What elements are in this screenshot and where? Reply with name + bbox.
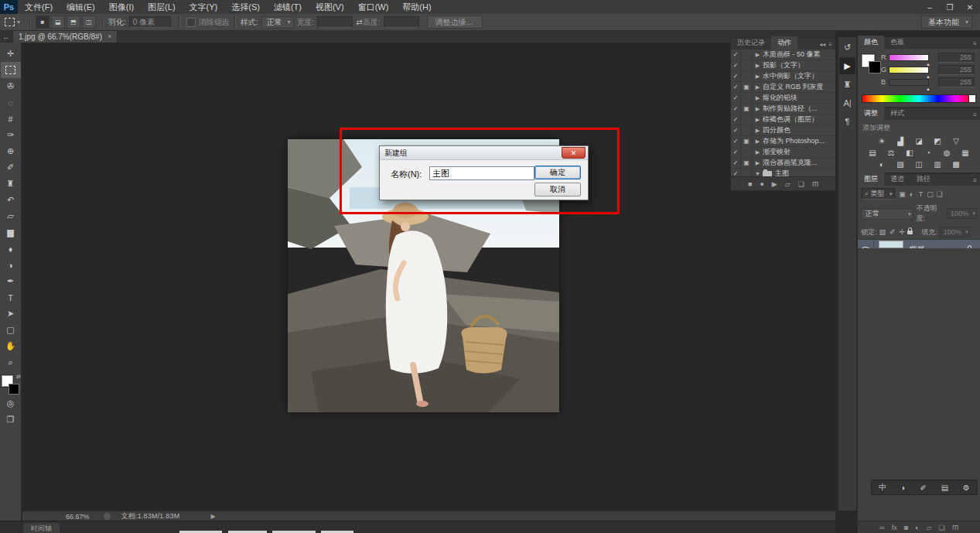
- tab-swatches[interactable]: 色板: [884, 36, 910, 49]
- toggle-item-check[interactable]: ✓: [731, 147, 741, 157]
- feather-input[interactable]: 0 像素: [129, 16, 171, 28]
- crop-tool[interactable]: #: [1, 111, 21, 127]
- channel-mixer-icon[interactable]: ◍: [941, 148, 953, 158]
- close-button[interactable]: ✕: [960, 1, 980, 13]
- dialog-toggle-icon[interactable]: [741, 60, 753, 70]
- timeline-tab[interactable]: 时间轴: [23, 523, 60, 533]
- link-layers-icon[interactable]: ∞: [879, 524, 884, 531]
- background-color-swatch[interactable]: [9, 384, 19, 395]
- quick-selection-tool[interactable]: ◌: [1, 94, 21, 111]
- layer-style-fx-icon[interactable]: fx: [892, 524, 897, 531]
- antialias-checkbox[interactable]: [186, 18, 196, 27]
- expand-triangle-icon[interactable]: ▶: [753, 63, 763, 69]
- paragraph-panel-icon[interactable]: ¶: [839, 113, 855, 130]
- expand-triangle-icon[interactable]: ▶: [753, 52, 763, 58]
- ime-fullwidth-icon[interactable]: ◗: [901, 483, 906, 492]
- expand-triangle-icon[interactable]: ▶: [753, 106, 763, 112]
- expand-triangle-icon[interactable]: ▶: [753, 95, 763, 101]
- levels-icon[interactable]: ▟: [895, 136, 907, 146]
- selection-subtract-button[interactable]: ⬒: [67, 15, 80, 29]
- dialog-toggle-icon[interactable]: [741, 125, 753, 135]
- delete-layer-icon[interactable]: Ш: [952, 524, 958, 531]
- expand-triangle-icon[interactable]: ▶: [753, 149, 763, 155]
- new-adjustment-layer-icon[interactable]: ◐: [915, 524, 919, 531]
- menu-item[interactable]: 图像(I): [102, 0, 141, 14]
- channel-slider[interactable]: [889, 67, 929, 73]
- tab-channels[interactable]: 通道: [884, 173, 910, 186]
- type-tool[interactable]: T: [1, 289, 21, 306]
- ime-keyboard-icon[interactable]: ▤: [941, 483, 948, 492]
- filter-pixel-layers-icon[interactable]: ▣: [898, 190, 907, 198]
- ok-button[interactable]: 确定: [534, 166, 581, 179]
- panel-menu-icon[interactable]: ≡: [973, 111, 980, 120]
- menu-item[interactable]: 选择(S): [224, 0, 267, 14]
- toggle-item-check[interactable]: ✓: [731, 125, 741, 135]
- play-icon[interactable]: ▶: [772, 180, 777, 188]
- expand-triangle-icon[interactable]: ▼: [753, 171, 763, 176]
- menu-item[interactable]: 编辑(E): [60, 0, 102, 14]
- ime-settings-gear-icon[interactable]: ⚙: [963, 483, 970, 492]
- dialog-toggle-icon[interactable]: [741, 50, 753, 60]
- toggle-item-check[interactable]: ✓: [731, 50, 741, 60]
- action-row[interactable]: ✓ ▣ ▶ 制作剪贴路径（...: [731, 104, 835, 114]
- screen-mode-button[interactable]: ❐: [1, 412, 21, 428]
- opacity-field[interactable]: 100%: [947, 208, 977, 219]
- group-name-input[interactable]: [429, 166, 534, 180]
- expand-triangle-icon[interactable]: ▶: [753, 117, 763, 123]
- filter-kind-select[interactable]: ⌕ 类型: [861, 188, 895, 200]
- dialog-toggle-icon[interactable]: [741, 71, 753, 81]
- gradient-tool[interactable]: ▆: [1, 224, 21, 241]
- add-mask-icon[interactable]: ◙: [904, 524, 908, 531]
- selective-color-icon[interactable]: ▩: [951, 159, 962, 169]
- expand-triangle-icon[interactable]: ▶: [753, 128, 763, 134]
- rectangular-marquee-tool[interactable]: [1, 62, 21, 78]
- action-row[interactable]: ✓ ▶ 四分颜色: [731, 125, 835, 136]
- document-tab[interactable]: 1.jpg @ 66.7%(RGB/8#) ×: [12, 30, 118, 43]
- new-group-icon[interactable]: ▱: [927, 524, 932, 531]
- actions-panel-icon[interactable]: ▶: [839, 57, 855, 74]
- black-white-icon[interactable]: ◧: [904, 148, 916, 158]
- toggle-item-check[interactable]: ✓: [731, 114, 741, 125]
- panel-menu-icon[interactable]: ≡: [973, 40, 980, 49]
- menu-item[interactable]: 滤镜(T): [267, 0, 309, 14]
- lock-transparent-pixels-icon[interactable]: ▨: [879, 228, 886, 236]
- toggle-item-check[interactable]: ✓: [731, 158, 741, 168]
- zoom-tool[interactable]: ⌕: [1, 354, 21, 371]
- action-row[interactable]: ✓ ▶ 木质画框 - 50 像素: [731, 50, 835, 60]
- filter-smart-objects-icon[interactable]: ❏: [935, 190, 944, 198]
- dodge-tool[interactable]: ◑: [1, 257, 21, 273]
- new-set-folder-icon[interactable]: ▱: [785, 180, 790, 188]
- width-input[interactable]: [317, 16, 353, 28]
- foreground-background-colors[interactable]: ⇄: [2, 375, 20, 395]
- ime-pen-icon[interactable]: ✐: [920, 483, 927, 492]
- brightness-contrast-icon[interactable]: ☀: [876, 136, 888, 146]
- channel-slider[interactable]: [889, 54, 929, 61]
- tab-layers[interactable]: 图层: [858, 173, 884, 186]
- channel-slider[interactable]: [889, 79, 929, 86]
- clone-source-panel-icon[interactable]: ♜: [839, 76, 855, 93]
- dialog-toggle-icon[interactable]: [741, 114, 753, 125]
- minimize-button[interactable]: –: [920, 1, 940, 13]
- channel-value-field[interactable]: 255: [938, 77, 975, 87]
- stop-icon[interactable]: ■: [748, 180, 752, 188]
- action-row[interactable]: ✓ ▣ ▶ 混合器画笔克隆...: [731, 158, 835, 169]
- invert-icon[interactable]: ◐: [876, 159, 888, 169]
- tab-color[interactable]: 颜色: [858, 36, 884, 49]
- hand-tool[interactable]: ✋: [1, 338, 21, 354]
- blend-mode-select[interactable]: 正常: [861, 208, 913, 220]
- canvas-area[interactable]: [22, 43, 835, 511]
- dialog-close-button[interactable]: ✕: [562, 147, 586, 159]
- action-row[interactable]: ✓ ▶ 水中倒影（文字）: [731, 71, 835, 82]
- filter-type-layers-icon[interactable]: T: [917, 190, 926, 198]
- quick-mask-button[interactable]: ◎: [1, 395, 21, 412]
- tab-styles[interactable]: 样式: [884, 107, 910, 120]
- lock-position-icon[interactable]: ✛: [900, 228, 906, 236]
- action-row[interactable]: ✓ ▶ 熔化的铅块: [731, 93, 835, 104]
- dialog-toggle-icon[interactable]: [741, 93, 753, 103]
- tab-adjustments[interactable]: 调整: [858, 107, 884, 120]
- color-lookup-icon[interactable]: ▦: [960, 148, 971, 158]
- menu-item[interactable]: 文字(Y): [183, 0, 225, 14]
- selection-add-button[interactable]: ⬓: [51, 15, 65, 29]
- menu-item[interactable]: 文件(F): [18, 0, 60, 14]
- brush-tool[interactable]: ✐: [1, 159, 21, 176]
